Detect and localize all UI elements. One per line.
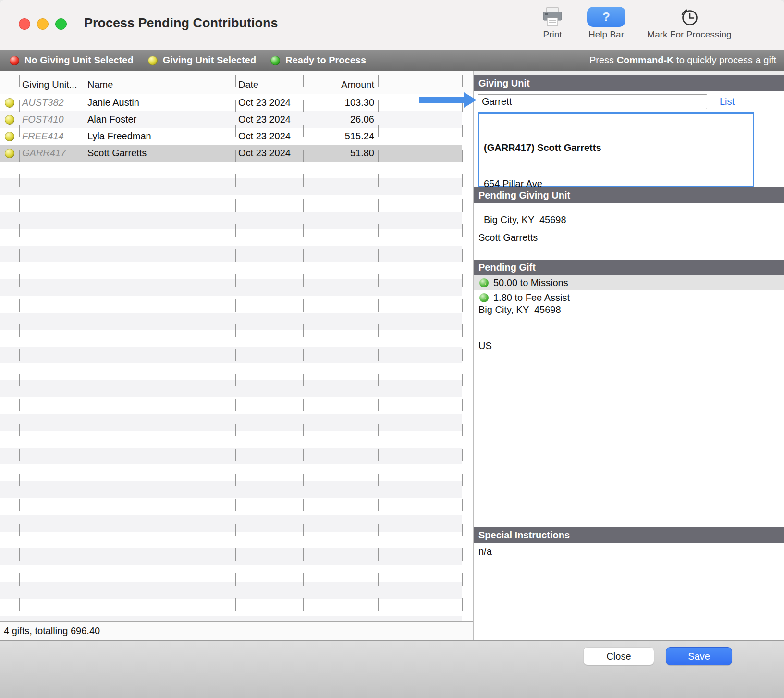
help-icon: ? [587, 7, 625, 27]
legend-ready-to-process: Ready to Process [270, 55, 366, 66]
app-window: Process Pending Contributions Print ? He… [0, 0, 784, 698]
command-k-hint: Press Command-K to quickly process a gif… [589, 55, 776, 66]
cell-name: Janie Austin [85, 97, 235, 108]
cell-name: Scott Garretts [85, 148, 235, 159]
process-arrow-icon [479, 278, 489, 287]
column-divider [235, 71, 236, 621]
table-row[interactable]: AUST382 Janie Austin Oct 23 2024 103.30 [0, 94, 462, 111]
minimize-window-button[interactable] [37, 18, 49, 30]
contributions-table: Giving Unit... Name Date Amount AUST382 … [0, 71, 473, 621]
print-label: Print [543, 29, 562, 40]
panel-spacer [474, 305, 784, 527]
table-row[interactable]: FREE414 Lyla Freedman Oct 23 2024 515.24 [0, 128, 462, 145]
empty-rows-area [0, 162, 462, 621]
special-instructions-section-header: Special Instructions [474, 527, 784, 543]
giving-unit-search-input[interactable] [478, 94, 707, 109]
detail-panel: Giving Unit List (GARR417) Scott Garrett… [473, 71, 784, 640]
cell-name: Alan Foster [85, 114, 235, 125]
cell-date: Oct 23 2024 [235, 97, 303, 108]
legend-giving-unit-selected: Giving Unit Selected [148, 55, 256, 66]
green-status-dot-icon [270, 56, 280, 65]
command-k-key: Command-K [617, 55, 674, 65]
help-bar-button[interactable]: ? Help Bar [582, 7, 630, 40]
blue-arrow-icon [419, 91, 477, 109]
zoom-window-button[interactable] [55, 18, 67, 30]
gift-text: 1.80 to Fee Assist [493, 292, 570, 303]
help-bar-label: Help Bar [588, 29, 624, 40]
legend-label: No Giving Unit Selected [24, 55, 134, 66]
table-header-row: Giving Unit... Name Date Amount [0, 71, 473, 94]
yellow-status-dot-icon [5, 149, 14, 158]
pending-gift-section-header: Pending Gift [474, 260, 784, 275]
legend-no-giving-unit: No Giving Unit Selected [10, 55, 134, 66]
column-name[interactable]: Name [85, 79, 235, 90]
yellow-status-dot-icon [5, 115, 14, 125]
column-divider [19, 71, 20, 621]
pending-gift-item[interactable]: 1.80 to Fee Assist [474, 290, 784, 305]
cell-date: Oct 23 2024 [235, 114, 303, 125]
title-bar: Process Pending Contributions Print ? He… [0, 0, 784, 50]
close-button[interactable]: Close [583, 647, 654, 665]
legend-label: Ready to Process [285, 55, 366, 66]
column-divider [462, 71, 463, 621]
yellow-status-dot-icon [148, 56, 158, 65]
clock-icon [679, 7, 699, 27]
process-arrow-icon [479, 293, 489, 302]
list-link[interactable]: List [720, 96, 735, 107]
gifts-total-status: 4 gifts, totalling 696.40 [0, 621, 473, 640]
column-amount[interactable]: Amount [303, 79, 378, 90]
close-window-button[interactable] [19, 18, 30, 30]
cell-amount: 51.80 [303, 148, 378, 159]
giving-unit-search-row: List [474, 91, 784, 112]
pending-giving-unit-details: Scott Garretts 654 Pillar Ave Big City, … [474, 203, 784, 260]
print-button[interactable]: Print [531, 7, 574, 40]
red-status-dot-icon [10, 56, 19, 65]
column-giving-unit[interactable]: Giving Unit... [19, 79, 85, 90]
cell-date: Oct 23 2024 [235, 148, 303, 159]
save-button[interactable]: Save [666, 647, 732, 665]
cell-amount: 26.06 [303, 114, 378, 125]
yellow-status-dot-icon [5, 132, 14, 141]
pending-unit-name: Scott Garretts [478, 232, 784, 244]
cell-amount: 515.24 [303, 131, 378, 142]
printer-icon [541, 7, 564, 27]
giving-unit-search-result[interactable]: (GARR417) Scott Garretts 654 Pillar Ave … [478, 112, 754, 187]
cell-giving-unit: FOST410 [19, 114, 85, 125]
cell-amount: 103.30 [303, 97, 378, 108]
pointer-arrow-annotation [419, 91, 477, 111]
legend-bar: No Giving Unit Selected Giving Unit Sele… [0, 50, 784, 71]
cell-name: Lyla Freedman [85, 131, 235, 142]
cell-giving-unit: AUST382 [19, 97, 85, 108]
window-title: Process Pending Contributions [84, 16, 278, 31]
legend-label: Giving Unit Selected [163, 55, 256, 66]
yellow-status-dot-icon [5, 98, 14, 108]
pending-gift-item[interactable]: 50.00 to Missions [474, 275, 784, 290]
mark-for-processing-button[interactable]: Mark For Processing [638, 7, 741, 40]
special-instructions-value: n/a [474, 543, 784, 560]
cell-date: Oct 23 2024 [235, 131, 303, 142]
result-title: (GARR417) Scott Garretts [484, 142, 748, 154]
cell-giving-unit: GARR417 [19, 148, 85, 159]
panel-top-gap [474, 71, 784, 75]
table-row-selected[interactable]: GARR417 Scott Garretts Oct 23 2024 51.80 [0, 145, 462, 162]
column-divider [85, 71, 85, 621]
bottom-action-bar: Close Save [0, 640, 784, 698]
column-divider [303, 71, 304, 621]
cell-giving-unit: FREE414 [19, 131, 85, 142]
table-row[interactable]: FOST410 Alan Foster Oct 23 2024 26.06 [0, 111, 462, 128]
giving-unit-section-header: Giving Unit [474, 75, 784, 91]
mark-for-processing-label: Mark For Processing [647, 29, 731, 40]
column-date[interactable]: Date [235, 79, 303, 90]
gift-text: 50.00 to Missions [493, 277, 568, 288]
traffic-lights [19, 18, 67, 30]
column-divider [378, 71, 379, 621]
pending-giving-unit-section-header: Pending Giving Unit [474, 187, 784, 203]
